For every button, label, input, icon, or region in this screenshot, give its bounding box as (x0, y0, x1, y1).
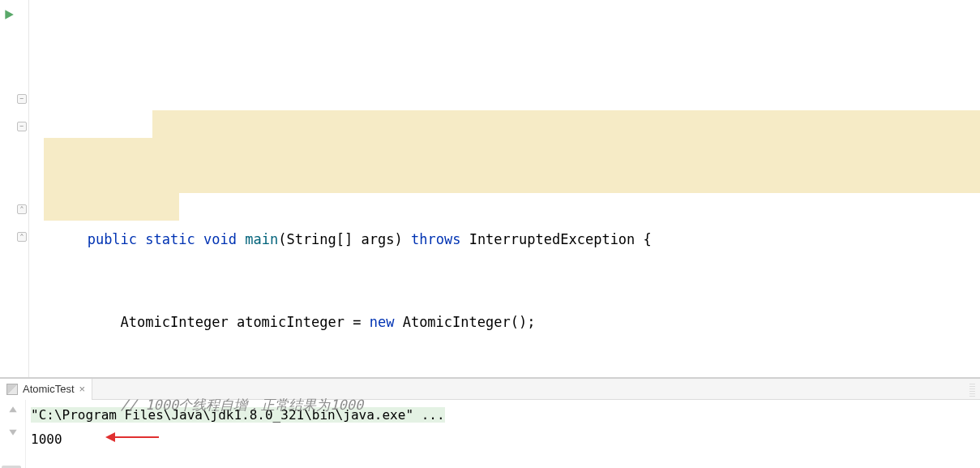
run-config-icon (6, 384, 18, 395)
fold-marker-icon[interactable]: − (17, 122, 27, 131)
fold-marker-icon[interactable]: − (17, 94, 27, 104)
console-gutter (0, 400, 26, 468)
run-gutter-icon[interactable] (3, 9, 15, 20)
annotation-arrow-icon (104, 429, 160, 445)
arrow-down-icon[interactable] (7, 426, 19, 437)
fold-close-icon[interactable]: ⌃ (17, 232, 27, 242)
drag-handle-icon[interactable] (969, 382, 975, 397)
console-output-line: 1000 (31, 427, 975, 452)
code-editor[interactable]: − − ⌃ ⌃ public static void main(String[]… (0, 0, 980, 377)
arrow-up-icon[interactable] (7, 405, 19, 416)
editor-gutter: − − ⌃ ⌃ (0, 0, 29, 377)
code-content[interactable]: public static void main(String[] args) t… (29, 0, 980, 377)
fold-close-icon[interactable]: ⌃ (17, 204, 27, 214)
